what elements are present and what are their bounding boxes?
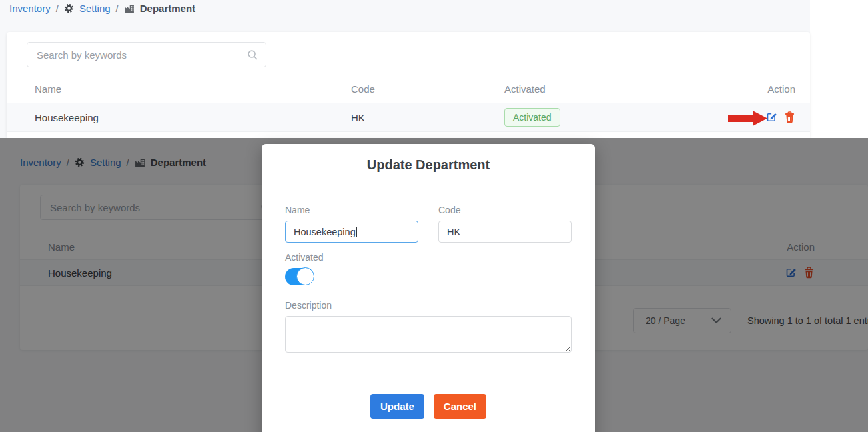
cancel-button[interactable]: Cancel: [434, 394, 486, 419]
activated-label: Activated: [285, 252, 572, 263]
gear-icon: [64, 3, 74, 13]
building-icon: [124, 4, 135, 13]
breadcrumb-separator: /: [116, 3, 119, 14]
department-list-page-top: Inventory / Setting / Department Name Co…: [0, 0, 810, 138]
search-box: [27, 42, 266, 67]
search-input[interactable]: [27, 42, 266, 67]
search-icon: [246, 49, 258, 63]
text-caret: [356, 227, 357, 237]
name-input[interactable]: Housekeeping: [285, 221, 418, 243]
description-textarea[interactable]: [285, 316, 572, 353]
toggle-knob: [296, 267, 314, 285]
delete-button[interactable]: [784, 111, 795, 123]
department-list-card: Name Code Activated Action Housekeeping …: [7, 32, 810, 138]
table-header-code: Code: [351, 83, 504, 95]
modal-footer: Update Cancel: [262, 379, 595, 419]
table-header-row: Name Code Activated Action: [7, 79, 810, 99]
cell-name: Housekeeping: [35, 112, 351, 123]
cell-code: HK: [351, 112, 504, 123]
name-label: Name: [285, 205, 418, 215]
code-input[interactable]: [438, 221, 572, 243]
table-header-activated: Activated: [504, 83, 750, 95]
composite-screenshot: Inventory / Setting / Department Name Co…: [0, 0, 868, 432]
status-badge: Activated: [504, 108, 560, 127]
breadcrumb: Inventory / Setting / Department: [9, 3, 195, 14]
description-label: Description: [285, 300, 572, 311]
breadcrumb-link-setting[interactable]: Setting: [79, 3, 111, 14]
modal-body: Name Housekeeping Code Activated: [262, 205, 595, 355]
update-button[interactable]: Update: [370, 394, 424, 419]
cell-activated: Activated: [504, 108, 750, 127]
activated-toggle[interactable]: [285, 268, 313, 285]
red-arrow-icon: [728, 111, 767, 126]
update-department-modal: Update Department Name Housekeeping Code…: [262, 144, 595, 432]
code-label: Code: [438, 205, 572, 215]
table-row: Housekeeping HK Activated: [7, 103, 810, 132]
name-input-value: Housekeeping: [294, 227, 356, 237]
table-header-action: Action: [750, 83, 810, 95]
breadcrumb-current-department: Department: [140, 3, 195, 14]
breadcrumb-separator: /: [56, 3, 59, 14]
table-header-name: Name: [35, 83, 351, 95]
breadcrumb-link-inventory[interactable]: Inventory: [9, 3, 51, 14]
modal-title: Update Department: [262, 144, 595, 185]
